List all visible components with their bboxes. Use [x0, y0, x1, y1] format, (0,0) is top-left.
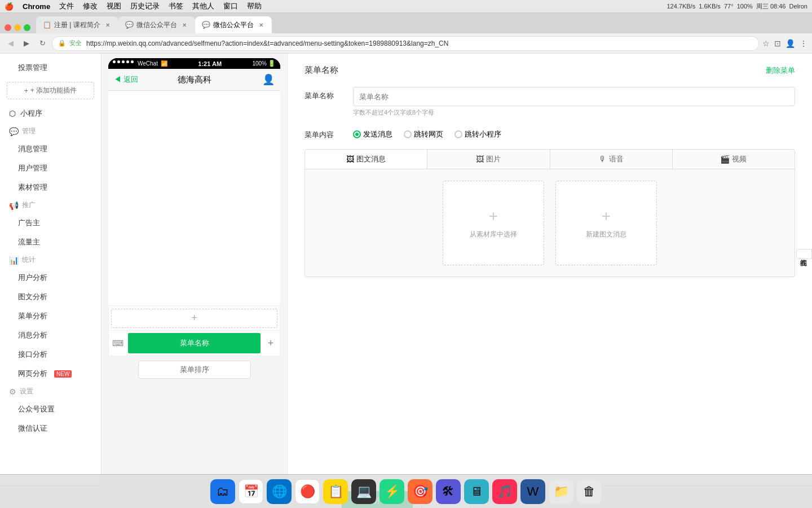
browser-frame: 📋 注册 | 课程简介 ✕ 💬 微信公众平台 ✕ 💬 微信公众平台 ✕ ◀ ▶ …: [0, 13, 812, 54]
reload-button[interactable]: ↻: [36, 37, 48, 50]
section-stats-header: 📊 统计: [0, 252, 101, 268]
dock-icon-word[interactable]: W: [520, 479, 545, 504]
window-menu[interactable]: 窗口: [223, 1, 238, 11]
address-bar: ◀ ▶ ↻ 🔒 安全 https://mp.weixin.qq.com/adva…: [0, 33, 812, 54]
sidebar-item-user-analysis[interactable]: 用户分析: [0, 268, 101, 287]
phone-content-area: [108, 91, 280, 305]
account-icon[interactable]: 👤: [785, 39, 795, 48]
address-text[interactable]: https://mp.weixin.qq.com/advanced/selfme…: [86, 40, 753, 47]
sidebar-item-material-management[interactable]: 素材管理: [0, 178, 101, 197]
close-window-btn[interactable]: [5, 24, 11, 31]
phone-back-button[interactable]: ◀ 返回: [114, 75, 138, 85]
cast-icon[interactable]: ⊡: [774, 39, 781, 48]
tab-rich-media[interactable]: 🖼 图文消息: [305, 150, 427, 169]
address-bar-right: ☆ ⊡ 👤 ⋮: [762, 39, 807, 48]
tab-image[interactable]: 🖼 图片: [427, 150, 550, 169]
upload-from-library-card[interactable]: + 从素材库中选择: [443, 181, 544, 265]
phone-menu-plus-button[interactable]: +: [262, 338, 280, 349]
dock-icon-app9[interactable]: 🖥: [464, 479, 489, 504]
add-plugin-icon: +: [24, 87, 28, 95]
stats-section-label: 统计: [22, 255, 36, 265]
dock-icon-safari[interactable]: 🌐: [267, 479, 292, 504]
dock-icon-trash[interactable]: 🗑: [577, 479, 602, 504]
form-row-name: 菜单名称 字数不超过4个汉字或8个字母: [304, 87, 795, 117]
create-new-article-card[interactable]: + 新建图文消息: [555, 181, 657, 265]
apple-menu[interactable]: 🍎: [5, 2, 14, 11]
tab-2-close[interactable]: ✕: [180, 21, 188, 29]
security-icon: 🔒: [58, 40, 66, 47]
sidebar-item-api-analysis[interactable]: 接口分析: [0, 345, 101, 364]
radio-jump-webpage[interactable]: 跳转网页: [404, 129, 443, 139]
dock-icon-chrome[interactable]: 🔴: [295, 479, 320, 504]
maximize-window-btn[interactable]: [24, 24, 30, 31]
chrome-menu[interactable]: Chrome: [23, 2, 50, 11]
back-button[interactable]: ◀: [5, 37, 17, 50]
other-menu[interactable]: 其他人: [192, 1, 214, 11]
tab-1-close[interactable]: ✕: [104, 21, 112, 29]
dock: 🗂 📅 🌐 🔴 📋 💻 ⚡ 🎯 🛠 🖥 🎵 W 📁 🗑: [0, 474, 812, 508]
dock-icon-pycharm[interactable]: ⚡: [379, 479, 404, 504]
sidebar-item-webpage-analysis[interactable]: 网页分析 NEW: [0, 364, 101, 383]
sidebar-item-account-settings[interactable]: 公众号设置: [0, 400, 101, 419]
sidebar-item-article-analysis[interactable]: 图文分析: [0, 287, 101, 306]
online-support-widget[interactable]: 在线问答: [796, 249, 812, 259]
view-menu[interactable]: 视图: [107, 1, 121, 11]
file-menu[interactable]: 文件: [59, 1, 74, 11]
phone-title: 德海高科: [178, 75, 211, 85]
radio-jump-webpage-circle: [404, 130, 412, 138]
phone-add-menu-button[interactable]: +: [111, 309, 277, 328]
dock-icon-terminal[interactable]: 💻: [351, 479, 376, 504]
message-management-label: 消息管理: [18, 144, 47, 154]
dock-icon-finder2[interactable]: 📁: [549, 479, 573, 504]
tab-video[interactable]: 🎬 视频: [673, 150, 795, 169]
tab-3[interactable]: 💬 微信公众平台 ✕: [195, 16, 272, 33]
dock-icon-app10[interactable]: 🎵: [492, 479, 517, 504]
sidebar-item-vote-management[interactable]: 投票管理: [0, 58, 101, 77]
sidebar-item-traffic-master[interactable]: 流量主: [0, 233, 101, 252]
bookmark-star-icon[interactable]: ☆: [762, 39, 770, 48]
dock-icon-app7[interactable]: 🎯: [408, 479, 433, 504]
sidebar-item-menu-analysis[interactable]: 菜单分析: [0, 306, 101, 326]
tab-1[interactable]: 📋 注册 | 课程简介 ✕: [36, 16, 118, 33]
history-menu[interactable]: 历史记录: [130, 1, 160, 11]
dock-icon-app8[interactable]: 🛠: [436, 479, 461, 504]
phone-menu-name-button[interactable]: 菜单名称: [128, 333, 261, 353]
phone-keyboard-icon: ⌨: [109, 339, 127, 348]
dock-icon-finder[interactable]: 🗂: [210, 479, 235, 504]
section-promotion-header: 📢 推广: [0, 197, 101, 213]
sidebar-item-wechat-verify[interactable]: 微信认证: [0, 419, 101, 438]
dock-icon-calendar[interactable]: 📅: [239, 479, 263, 504]
bookmark-menu[interactable]: 书签: [169, 1, 183, 11]
help-menu[interactable]: 帮助: [247, 1, 262, 11]
sidebar-item-mini-program[interactable]: ⬡ 小程序: [0, 104, 101, 123]
sidebar-item-message-management[interactable]: 消息管理: [0, 139, 101, 159]
signal-dot-4: [126, 60, 129, 63]
management-section-icon: 💬: [9, 127, 19, 136]
delete-menu-link[interactable]: 删除菜单: [766, 65, 795, 76]
tab-audio[interactable]: 🎙 语音: [550, 150, 673, 169]
vote-management-label: 投票管理: [18, 63, 47, 73]
radio-jump-mini-program[interactable]: 跳转小程序: [454, 129, 501, 139]
tab-2[interactable]: 💬 微信公众平台 ✕: [118, 16, 195, 33]
menu-sort-button[interactable]: 菜单排序: [138, 361, 251, 379]
more-icon[interactable]: ⋮: [800, 39, 807, 48]
sidebar-item-user-management[interactable]: 用户管理: [0, 159, 101, 178]
minimize-window-btn[interactable]: [14, 24, 21, 31]
traffic-master-label: 流量主: [18, 237, 40, 247]
dock-icon-notes[interactable]: 📋: [323, 479, 348, 504]
radio-send-message-circle: [353, 130, 361, 138]
phone-bottom-area: + ⌨ 菜单名称 +: [108, 305, 280, 356]
sidebar-item-advertiser[interactable]: 广告主: [0, 213, 101, 233]
phone-battery-icon: 🔋: [268, 60, 276, 67]
radio-send-message[interactable]: 发送消息: [353, 129, 392, 139]
address-input-wrap[interactable]: 🔒 安全 https://mp.weixin.qq.com/advanced/s…: [52, 36, 759, 51]
tab-image-label: 图片: [486, 154, 501, 164]
menu-name-input[interactable]: [353, 87, 795, 106]
edit-menu[interactable]: 修改: [83, 1, 98, 11]
add-plugin-button[interactable]: + + 添加功能插件: [7, 82, 94, 99]
upload-from-library-label: 从素材库中选择: [470, 230, 517, 239]
cursor-area: [108, 91, 280, 305]
sidebar-item-message-analysis[interactable]: 消息分析: [0, 326, 101, 345]
forward-button[interactable]: ▶: [20, 37, 33, 50]
tab-3-close[interactable]: ✕: [257, 21, 265, 29]
